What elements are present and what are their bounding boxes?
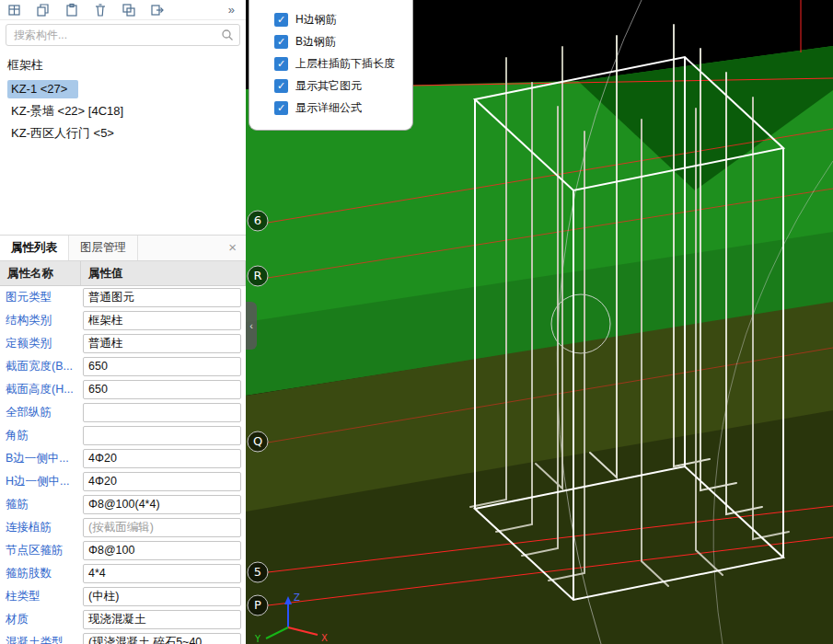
properties-panel: 属性列表 图层管理 × 属性名称 属性值 图元类型 普通图元 结构类别 框架柱 … [0,235,246,644]
tree-item-kz-jingqiang[interactable]: KZ-景墙 <22> [4C18] [0,101,246,123]
x-axis-label: X [321,633,328,643]
grid-bubble: 6 [248,211,268,231]
option-show-other-elements[interactable]: 显示其它图元 [249,75,412,97]
checkbox-checked-icon[interactable] [274,13,288,27]
property-value-field[interactable]: (中柱) [83,587,241,606]
grid-bubble: R [248,266,268,286]
svg-text:P: P [254,598,261,612]
table-row: 箍筋 Φ8@100(4*4) [0,493,246,516]
tree-item-kz-xiqu[interactable]: KZ-西区人行门 <5> [0,123,246,145]
property-value-field[interactable]: 650 [83,380,241,399]
property-value-field[interactable]: 4Φ20 [83,449,241,468]
export-icon[interactable] [150,3,165,17]
property-value-field[interactable]: 650 [83,357,241,376]
component-toolbar: » [0,0,246,20]
paste-icon[interactable] [64,3,79,17]
toolbar-more-menu[interactable]: » [225,3,238,17]
table-row: 全部纵筋 [0,401,246,424]
checkbox-label: H边钢筋 [295,12,337,28]
property-value-field[interactable]: 普通图元 [83,288,241,307]
table-row: 连接植筋 (按截面编辑) [0,516,246,539]
left-panel: » 框架柱 KZ-1 <27> KZ-景墙 <22> [4C18] KZ-西区人… [0,0,246,644]
properties-tab-bar: 属性列表 图层管理 × [0,236,246,261]
table-row: 截面宽度(B... 650 [0,355,246,378]
table-row: 材质 现浇混凝土 [0,608,246,631]
checkbox-label: B边钢筋 [295,34,336,50]
rebar-display-options-panel: H边钢筋 B边钢筋 上层柱插筋下插长度 显示其它图元 显示详细公式 [249,0,413,131]
table-row: 图元类型 普通图元 [0,286,246,309]
property-value-field[interactable]: 框架柱 [83,311,241,330]
checkbox-checked-icon[interactable] [274,101,288,115]
property-value-field[interactable]: Φ8@100 [83,541,241,560]
grid-bubble: Q [248,431,268,452]
tab-property-list[interactable]: 属性列表 [0,236,69,260]
checkbox-checked-icon[interactable] [274,79,288,93]
checkbox-label: 上层柱插筋下插长度 [295,56,395,72]
grid-view-icon[interactable] [7,3,22,17]
table-row: 截面高度(H... 650 [0,378,246,401]
property-value-field[interactable]: 普通柱 [83,334,241,353]
property-value-field[interactable]: 现浇混凝土 [83,610,241,629]
component-tree: 框架柱 KZ-1 <27> KZ-景墙 <22> [4C18] KZ-西区人行门… [0,48,246,145]
panel-collapse-handle[interactable]: ‹ [246,302,257,350]
table-row: 结构类别 框架柱 [0,309,246,332]
property-value-field[interactable]: 4*4 [83,564,241,583]
option-show-detailed-formula[interactable]: 显示详细公式 [249,97,412,119]
table-row: B边一侧中... 4Φ20 [0,447,246,470]
layers-icon[interactable] [121,3,136,17]
search-bar [6,24,240,46]
copy-icon[interactable] [36,3,51,17]
chevron-left-icon: ‹ [249,320,253,331]
grid-bubble: 5 [248,562,268,582]
property-value-field[interactable]: Φ8@100(4*4) [83,495,241,514]
property-value-field[interactable] [83,426,241,445]
svg-text:6: 6 [254,213,261,227]
tab-layer-management[interactable]: 图层管理 [69,236,138,260]
terrain-group [246,46,833,644]
search-icon[interactable] [221,29,234,45]
tree-item-kz1[interactable]: KZ-1 <27> [0,79,246,101]
option-h-side-rebar[interactable]: H边钢筋 [249,8,412,30]
property-table-header: 属性名称 属性值 [0,261,246,286]
option-upper-column-dowel[interactable]: 上层柱插筋下插长度 [249,52,412,75]
checkbox-checked-icon[interactable] [274,57,288,71]
svg-text:Q: Q [253,434,262,448]
search-input[interactable] [6,24,240,46]
property-table-body: 图元类型 普通图元 结构类别 框架柱 定额类别 普通柱 截面宽度(B... 65… [0,286,246,644]
property-value-field[interactable] [83,403,241,422]
table-row: 角筋 [0,424,246,447]
checkbox-label: 显示详细公式 [295,100,362,116]
y-axis-label: Y [254,634,261,644]
checkbox-label: 显示其它图元 [295,78,362,94]
property-value-field[interactable]: 4Φ20 [83,472,241,491]
header-property-name: 属性名称 [0,261,81,285]
checkbox-checked-icon[interactable] [274,35,288,49]
z-axis-label: Z [294,592,300,603]
property-value-field[interactable]: (现浇混凝土 碎石5~40 [83,633,241,644]
table-row: 柱类型 (中柱) [0,585,246,608]
option-b-side-rebar[interactable]: B边钢筋 [249,30,412,52]
header-property-value: 属性值 [81,261,246,285]
svg-text:5: 5 [254,565,261,579]
close-icon[interactable]: × [219,236,246,260]
table-row: 定额类别 普通柱 [0,332,246,355]
table-row: 混凝土类型 (现浇混凝土 碎石5~40 [0,631,246,644]
property-value-field[interactable]: (按截面编辑) [83,518,241,537]
grid-bubble: P [248,595,268,615]
tree-group-frame-column: 框架柱 [0,53,246,79]
table-row: 节点区箍筋 Φ8@100 [0,539,246,562]
table-row: 箍筋肢数 4*4 [0,562,246,585]
svg-text:R: R [253,269,261,282]
delete-icon[interactable] [93,3,108,17]
table-row: H边一侧中... 4Φ20 [0,470,246,493]
